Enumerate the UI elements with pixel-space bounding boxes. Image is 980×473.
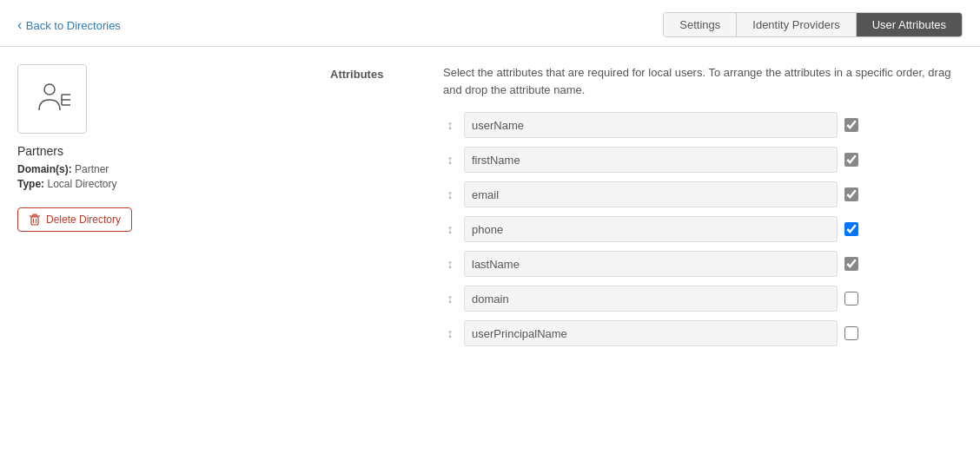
svg-point-0	[44, 84, 55, 95]
attribute-field: userPrincipalName	[464, 320, 838, 346]
delete-directory-button[interactable]: Delete Directory	[17, 207, 132, 232]
attributes-content: Attributes Select the attributes that ar…	[191, 64, 963, 355]
attribute-rows-container: ↕userName↕firstName↕email↕phone↕lastName…	[443, 112, 963, 346]
attribute-row: ↕phone	[443, 216, 963, 242]
directory-svg-icon	[30, 77, 74, 121]
attributes-label: Attributes	[330, 64, 417, 355]
back-to-directories-link[interactable]: Back to Directories	[17, 18, 121, 32]
trash-icon	[29, 214, 41, 226]
tab-user-attributes[interactable]: User Attributes	[857, 13, 962, 36]
directory-icon	[17, 64, 87, 134]
drag-handle-icon[interactable]: ↕	[443, 257, 457, 271]
attribute-row: ↕email	[443, 181, 963, 207]
attribute-checkbox[interactable]	[844, 257, 858, 271]
directory-name: Partners	[17, 144, 191, 158]
attribute-row: ↕lastName	[443, 251, 963, 277]
attribute-field: lastName	[464, 251, 838, 277]
attribute-checkbox[interactable]	[844, 222, 858, 236]
attributes-body: Select the attributes that are required …	[443, 64, 963, 355]
attribute-checkbox[interactable]	[844, 153, 858, 167]
attribute-checkbox[interactable]	[844, 292, 858, 305]
attribute-row: ↕userName	[443, 112, 963, 138]
attribute-field: firstName	[464, 147, 838, 173]
attribute-row: ↕domain	[443, 286, 963, 312]
attributes-section: Attributes Select the attributes that ar…	[330, 64, 963, 355]
attribute-field: userName	[464, 112, 838, 138]
drag-handle-icon[interactable]: ↕	[443, 292, 457, 305]
svg-rect-5	[31, 217, 38, 225]
attribute-checkbox[interactable]	[844, 187, 858, 201]
attribute-checkbox[interactable]	[844, 326, 858, 340]
main-content: Partners Domain(s): Partner Type: Local …	[0, 47, 980, 372]
tab-settings[interactable]: Settings	[664, 13, 737, 36]
attribute-field: domain	[464, 286, 838, 312]
drag-handle-icon[interactable]: ↕	[443, 187, 457, 201]
tab-group: Settings Identity Providers User Attribu…	[663, 12, 963, 37]
drag-handle-icon[interactable]: ↕	[443, 326, 457, 340]
tab-identity-providers[interactable]: Identity Providers	[737, 13, 856, 36]
drag-handle-icon[interactable]: ↕	[443, 118, 457, 132]
drag-handle-icon[interactable]: ↕	[443, 153, 457, 167]
attributes-description: Select the attributes that are required …	[443, 64, 963, 98]
attribute-field: email	[464, 181, 838, 207]
directory-type: Type: Local Directory	[17, 178, 191, 190]
drag-handle-icon[interactable]: ↕	[443, 222, 457, 236]
attribute-row: ↕userPrincipalName	[443, 320, 963, 346]
directory-domain: Domain(s): Partner	[17, 163, 191, 175]
sidebar: Partners Domain(s): Partner Type: Local …	[17, 64, 191, 355]
header: Back to Directories Settings Identity Pr…	[0, 0, 980, 47]
attribute-checkbox[interactable]	[844, 118, 858, 132]
attribute-field: phone	[464, 216, 838, 242]
attribute-row: ↕firstName	[443, 147, 963, 173]
